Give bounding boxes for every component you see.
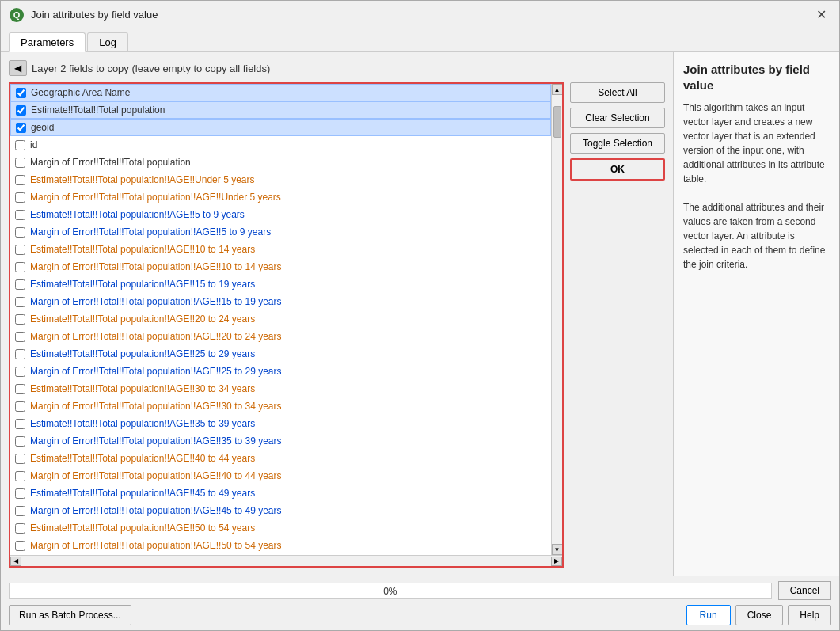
list-item[interactable]: Margin of Error!!Total!!Total population (10, 154, 551, 171)
toggle-selection-button[interactable]: Toggle Selection (570, 133, 665, 154)
list-item[interactable]: Estimate!!Total!!Total population (10, 101, 551, 119)
qgis-logo-icon: Q (9, 7, 25, 23)
list-scroll-wrapper: Geographic Area NameEstimate!!Total!!Tot… (10, 84, 562, 555)
run-button[interactable]: Run (686, 605, 731, 625)
field-checkbox[interactable] (15, 471, 25, 481)
field-label: Estimate!!Total!!Total population!!AGE!!… (30, 314, 255, 325)
fields-list[interactable]: Geographic Area NameEstimate!!Total!!Tot… (10, 84, 551, 555)
scroll-right-arrow[interactable]: ▶ (551, 557, 562, 566)
list-item[interactable]: Margin of Error!!Total!!Total population… (10, 397, 551, 415)
field-checkbox[interactable] (16, 123, 26, 133)
list-item[interactable]: Margin of Error!!Total!!Total population… (10, 328, 551, 345)
field-checkbox[interactable] (15, 541, 25, 551)
field-checkbox[interactable] (15, 436, 25, 447)
list-item[interactable]: Geographic Area Name (10, 84, 551, 101)
field-label: Estimate!!Total!!Total population!!AGE!!… (30, 348, 255, 359)
list-item[interactable]: Estimate!!Total!!Total population!!AGE!!… (10, 485, 551, 502)
tab-log[interactable]: Log (87, 32, 128, 51)
field-checkbox[interactable] (15, 506, 25, 516)
list-item[interactable]: Estimate!!Total!!Total population!!AGE!!… (10, 276, 551, 293)
right-panel-title: Join attributes by field value (683, 62, 830, 93)
list-item[interactable]: Estimate!!Total!!Total population!!AGE!!… (10, 380, 551, 397)
field-checkbox[interactable] (15, 140, 25, 150)
dialog-buttons: Run Close Help (686, 605, 831, 625)
progress-label: 0% (10, 583, 771, 599)
field-checkbox[interactable] (15, 297, 25, 307)
section-header: ◀ Layer 2 fields to copy (leave empty to… (9, 60, 665, 76)
progress-bar: 0% (9, 583, 772, 599)
field-label: Margin of Error!!Total!!Total population… (30, 540, 282, 551)
field-checkbox[interactable] (16, 88, 26, 98)
field-label: Estimate!!Total!!Total population (31, 105, 165, 116)
bottom-buttons: Run as Batch Process... Run Close Help (9, 605, 831, 625)
list-item[interactable]: id (10, 136, 551, 154)
list-item[interactable]: Margin of Error!!Total!!Total population… (10, 363, 551, 380)
scroll-left-arrow[interactable]: ◀ (10, 557, 21, 566)
field-label: id (30, 139, 37, 150)
clear-selection-button[interactable]: Clear Selection (570, 108, 665, 128)
scroll-down-arrow[interactable]: ▼ (552, 544, 563, 555)
field-checkbox[interactable] (15, 210, 25, 220)
field-checkbox[interactable] (15, 245, 25, 255)
list-item[interactable]: Estimate!!Total!!Total population!!AGE!!… (10, 206, 551, 223)
field-checkbox[interactable] (15, 367, 25, 377)
field-checkbox[interactable] (15, 419, 25, 429)
help-button[interactable]: Help (788, 605, 831, 625)
field-checkbox[interactable] (15, 262, 25, 272)
field-checkbox[interactable] (16, 105, 26, 116)
field-checkbox[interactable] (15, 314, 25, 325)
right-panel: Join attributes by field value This algo… (673, 52, 839, 576)
scrollbar-vertical[interactable]: ▲ ▼ (551, 84, 562, 555)
close-dialog-button[interactable]: Close (735, 605, 784, 625)
list-item[interactable]: Margin of Error!!Total!!Total population… (10, 502, 551, 519)
list-item[interactable]: Estimate!!Total!!Total population!!AGE!!… (10, 415, 551, 432)
scroll-up-arrow[interactable]: ▲ (552, 84, 563, 95)
list-item[interactable]: Margin of Error!!Total!!Total population… (10, 293, 551, 310)
back-button[interactable]: ◀ (9, 60, 27, 76)
field-checkbox[interactable] (15, 279, 25, 290)
scrollbar-thumb[interactable] (553, 106, 561, 138)
list-item[interactable]: Margin of Error!!Total!!Total population… (10, 188, 551, 206)
field-label: Estimate!!Total!!Total population!!AGE!!… (30, 383, 255, 394)
main-dialog: Q Join attributes by field value ✕ Param… (0, 0, 840, 631)
svg-text:Q: Q (13, 10, 21, 20)
ok-button[interactable]: OK (570, 158, 665, 181)
list-item[interactable]: Estimate!!Total!!Total population!!AGE!!… (10, 519, 551, 537)
content-area: ◀ Layer 2 fields to copy (leave empty to… (1, 52, 839, 576)
select-all-button[interactable]: Select All (570, 82, 665, 103)
list-item[interactable]: geoid (10, 119, 551, 136)
field-checkbox[interactable] (15, 401, 25, 412)
field-checkbox[interactable] (15, 349, 25, 359)
field-label: Margin of Error!!Total!!Total population (30, 157, 191, 168)
field-checkbox[interactable] (15, 158, 25, 168)
list-item[interactable]: Margin of Error!!Total!!Total population… (10, 432, 551, 450)
list-item[interactable]: Estimate!!Total!!Total population!!AGE!!… (10, 310, 551, 328)
scrollbar-horizontal[interactable]: ◀ ▶ (10, 555, 562, 566)
field-label: Margin of Error!!Total!!Total population… (30, 401, 282, 412)
field-checkbox[interactable] (15, 454, 25, 464)
list-item[interactable]: Estimate!!Total!!Total population!!AGE!!… (10, 450, 551, 467)
list-item[interactable]: Margin of Error!!Total!!Total population… (10, 258, 551, 276)
field-checkbox[interactable] (15, 488, 25, 499)
cancel-button[interactable]: Cancel (778, 581, 831, 600)
field-label: Margin of Error!!Total!!Total population… (30, 505, 282, 516)
run-batch-button[interactable]: Run as Batch Process... (9, 605, 131, 625)
list-item[interactable]: Margin of Error!!Total!!Total population… (10, 223, 551, 241)
field-checkbox[interactable] (15, 523, 25, 534)
field-checkbox[interactable] (15, 192, 25, 203)
field-checkbox[interactable] (15, 332, 25, 342)
tab-parameters[interactable]: Parameters (9, 32, 86, 52)
list-item[interactable]: Estimate!!Total!!Total population!!AGE!!… (10, 345, 551, 363)
list-item[interactable]: Margin of Error!!Total!!Total population… (10, 537, 551, 554)
list-item[interactable]: Estimate!!Total!!Total population!!AGE!!… (10, 171, 551, 188)
list-item[interactable]: Estimate!!Total!!Total population!!AGE!!… (10, 241, 551, 258)
field-checkbox[interactable] (15, 384, 25, 394)
field-checkbox[interactable] (15, 227, 25, 238)
window-close-button[interactable]: ✕ (811, 6, 831, 24)
tab-bar: Parameters Log (1, 29, 839, 52)
field-checkbox[interactable] (15, 175, 25, 185)
list-item[interactable]: Margin of Error!!Total!!Total population… (10, 467, 551, 485)
field-label: Estimate!!Total!!Total population!!AGE!!… (30, 244, 255, 255)
field-label: Margin of Error!!Total!!Total population… (30, 296, 282, 307)
fields-area: Geographic Area NameEstimate!!Total!!Tot… (9, 82, 665, 568)
